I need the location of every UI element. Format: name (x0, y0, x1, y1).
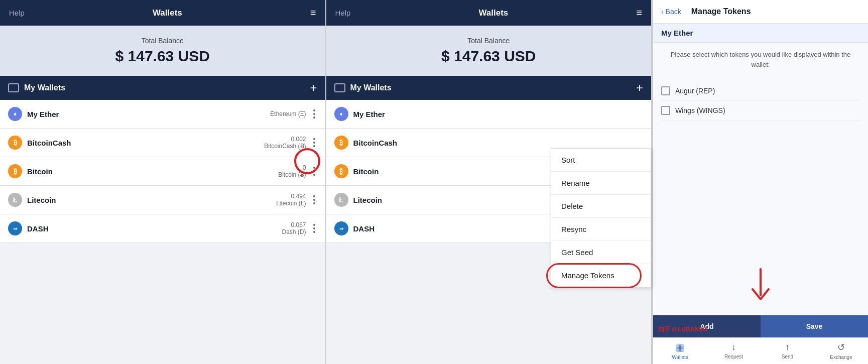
wallet-amount-bitcoincash: 0.002 (264, 136, 306, 143)
dropdown-delete[interactable]: Delete (551, 195, 651, 218)
down-arrow-icon (746, 267, 776, 307)
bitcoincash-icon: ₿ (8, 136, 22, 150)
nav-send[interactable]: ↑ Send (761, 338, 814, 364)
dropdown-rename[interactable]: Rename (551, 172, 651, 195)
wallet-balance-bitcoincash: 0.002 BitcoinCash (Ƀ) (264, 136, 306, 150)
dropdown-manage-tokens[interactable]: Manage Tokens (551, 264, 651, 287)
wallet-dots-bitcoincash[interactable] (311, 136, 317, 149)
panel2-title: Wallets (478, 8, 508, 18)
panel2-header: Help Wallets ≡ (326, 0, 652, 26)
wallet-right-myether: Ethereum (Ξ) (270, 107, 317, 120)
augur-checkbox[interactable] (661, 86, 670, 95)
help-link[interactable]: Help (9, 9, 25, 17)
wallet-unit-bitcoin: Bitcoin (Ƀ) (278, 171, 306, 178)
panel2-wallets-header: My Wallets + (326, 76, 652, 100)
panel2-balance-section: Total Balance $ 147.63 USD (326, 26, 652, 76)
wings-label: Wings (WINGS) (675, 106, 725, 114)
context-dropdown-menu: Sort Rename Delete Resync Get Seed Manag… (551, 148, 651, 288)
panel2-wallets-header-left: My Wallets (334, 83, 392, 92)
wallet-dots-myether[interactable] (311, 107, 317, 120)
panel2-bitcoin-icon: ₿ (334, 164, 348, 178)
wallet-amount-bitcoin: 0 (278, 164, 306, 171)
wallet-balance-bitcoin: 0 Bitcoin (Ƀ) (278, 164, 306, 178)
ether-icon: ♦ (8, 107, 22, 121)
bitcoin-icon: ₿ (8, 164, 22, 178)
wallet-item-bitcoincash[interactable]: ₿ BitcoinCash 0.002 BitcoinCash (Ƀ) (0, 129, 325, 157)
dropdown-sort[interactable]: Sort (551, 149, 651, 172)
panel-wallet-list: Help Wallets ≡ Total Balance $ 147.63 US… (0, 0, 326, 364)
wallets-header-left: My Wallets (8, 83, 65, 92)
panel2-ether-icon: ♦ (334, 107, 348, 121)
nav-request[interactable]: ↓ Request (707, 338, 761, 364)
bottom-nav: ▦ Wallets ↓ Request ↑ Send ↺ Exchange (653, 337, 868, 364)
wallet-unit-bitcoincash: BitcoinCash (Ƀ) (264, 143, 306, 150)
wallet-amount-dash: 0.067 (282, 221, 306, 228)
wallets-nav-icon: ▦ (676, 342, 684, 353)
panel2-wallet-folder-icon (334, 83, 345, 92)
panel2-balance-amount: $ 147.63 USD (331, 48, 647, 65)
nav-wallets-label: Wallets (672, 354, 688, 360)
panel2-wallet-myether[interactable]: ♦ My Ether (326, 100, 652, 129)
panel2-my-wallets-label: My Wallets (350, 83, 392, 92)
wallet-right-bitcoin: 0 Bitcoin (Ƀ) (278, 164, 317, 178)
exchange-nav-icon: ↺ (837, 342, 845, 353)
wallet-right-dash: 0.067 Dash (D) (282, 221, 317, 235)
panel2-balance-label: Total Balance (331, 37, 647, 45)
dropdown-getseed[interactable]: Get Seed (551, 241, 651, 264)
back-button[interactable]: ‹ Back (661, 8, 681, 16)
balance-section: Total Balance $ 147.63 USD (0, 26, 325, 76)
wallet-dots-litecoin[interactable] (311, 193, 317, 206)
wallet-name-myether: My Ether (27, 110, 270, 118)
token-item-wings: Wings (WINGS) (661, 101, 860, 120)
wallets-section-header: My Wallets + (0, 76, 325, 100)
wallet-right-bitcoincash: 0.002 BitcoinCash (Ƀ) (264, 136, 317, 150)
menu-icon[interactable]: ≡ (310, 7, 316, 19)
panel2-help-link[interactable]: Help (335, 9, 351, 17)
wallet-amount-litecoin: 0.494 (276, 193, 306, 200)
nav-exchange[interactable]: ↺ Exchange (814, 338, 868, 364)
nav-send-label: Send (782, 354, 793, 359)
balance-amount: $ 147.63 USD (5, 48, 320, 65)
wallet-unit-dash: Dash (D) (282, 228, 306, 235)
dropdown-resync[interactable]: Resync (551, 218, 651, 241)
wallet-item-myether[interactable]: ♦ My Ether Ethereum (Ξ) (0, 100, 325, 129)
wallet-item-dash[interactable]: ⇒ DASH 0.067 Dash (D) (0, 214, 325, 243)
spacer (653, 126, 868, 262)
panel2-bitcoincash-icon: ₿ (334, 136, 348, 150)
dash-icon: ⇒ (8, 221, 22, 235)
wallet-name-dash: DASH (27, 224, 282, 233)
nav-exchange-label: Exchange (830, 354, 852, 360)
wallet-dots-bitcoin[interactable] (311, 165, 317, 178)
add-wallet-button[interactable]: + (310, 82, 317, 94)
watermark: 知乎 @LUBANSO (658, 325, 707, 334)
wallet-item-bitcoin[interactable]: ₿ Bitcoin 0 Bitcoin (Ƀ) (0, 157, 325, 186)
wallet-balance-dash: 0.067 Dash (D) (282, 221, 306, 235)
request-nav-icon: ↓ (731, 342, 736, 352)
wallet-balance-myether: Ethereum (Ξ) (270, 110, 306, 117)
panel1-header: Help Wallets ≡ (0, 0, 325, 26)
wallet-sub-name: My Ether (653, 24, 868, 43)
augur-label: Augur (REP) (675, 87, 715, 95)
nav-wallets[interactable]: ▦ Wallets (653, 338, 707, 364)
panel2-wallet-name-bitcoincash: BitcoinCash (353, 139, 644, 147)
panel2-wallet-name-myether: My Ether (353, 110, 644, 118)
balance-label: Total Balance (5, 37, 320, 45)
wings-checkbox[interactable] (661, 106, 670, 115)
token-list: Augur (REP) Wings (WINGS) (653, 76, 868, 126)
wallet-list: ♦ My Ether Ethereum (Ξ) ₿ BitcoinCash 0.… (0, 100, 325, 364)
token-item-augur: Augur (REP) (661, 81, 860, 101)
wallet-name-bitcoin: Bitcoin (27, 167, 278, 176)
wallet-right-litecoin: 0.494 Litecoin (Ł) (276, 193, 317, 207)
send-nav-icon: ↑ (785, 342, 790, 352)
panel3-header: ‹ Back Manage Tokens (653, 0, 868, 24)
wallet-balance-litecoin: 0.494 Litecoin (Ł) (276, 193, 306, 207)
save-button[interactable]: Save (761, 315, 868, 337)
arrow-container (653, 262, 868, 315)
panel2-menu-icon[interactable]: ≡ (636, 7, 642, 19)
panel1-title: Wallets (153, 8, 182, 18)
nav-request-label: Request (724, 354, 743, 359)
wallet-item-litecoin[interactable]: Ł Litecoin 0.494 Litecoin (Ł) (0, 186, 325, 214)
wallet-dots-dash[interactable] (311, 222, 317, 235)
wallet-unit-litecoin: Litecoin (Ł) (276, 200, 306, 207)
panel2-add-wallet-button[interactable]: + (636, 82, 643, 94)
